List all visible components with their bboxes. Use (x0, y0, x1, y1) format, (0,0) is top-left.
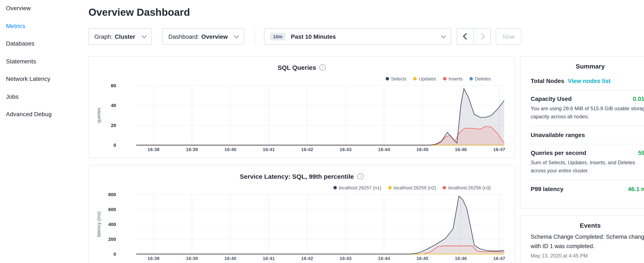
svg-text:16:47: 16:47 (493, 256, 505, 261)
sql-queries-chart-card: SQL Queries i Selects Updates Inserts De… (88, 56, 515, 158)
svg-text:16:38: 16:38 (148, 256, 160, 261)
dashboard-dropdown-value: Overview (201, 33, 228, 40)
service-latency-chart-card: Service Latency: SQL, 99th percentile i … (88, 165, 515, 263)
svg-text:16:44: 16:44 (378, 256, 390, 261)
svg-text:16:39: 16:39 (186, 147, 198, 152)
time-range-selector[interactable]: 10m Past 10 Minutes (264, 28, 451, 45)
events-card: Events Schema Change Completed: Schema c… (520, 215, 644, 263)
events-title: Events (531, 222, 644, 229)
summary-label: Unavailable ranges (531, 132, 585, 138)
summary-row-p99-latency: P99 latency 46.1 ms (531, 181, 644, 198)
summary-value: 0.01% (633, 95, 644, 102)
svg-text:16:39: 16:39 (186, 256, 198, 261)
graph-dropdown-label: Graph: (94, 33, 113, 40)
svg-text:600: 600 (108, 207, 116, 212)
summary-title: Summary (531, 63, 644, 70)
controls-divider (255, 28, 255, 45)
sidebar-item-advanced-debug[interactable]: Advanced Debug (6, 110, 78, 118)
svg-text:16:46: 16:46 (455, 256, 467, 261)
graph-dropdown-value: Cluster (115, 33, 135, 40)
svg-text:60: 60 (111, 83, 116, 88)
chevron-down-icon (234, 33, 239, 38)
summary-row-unavailable-ranges: Unavailable ranges 0 (531, 126, 644, 144)
dashboard-dropdown[interactable]: Dashboard: Overview (162, 28, 244, 45)
svg-text:16:45: 16:45 (416, 147, 428, 152)
svg-text:16:46: 16:46 (455, 147, 467, 152)
page-title: Overview Dashboard (88, 6, 190, 18)
dashboard-dropdown-label: Dashboard: (168, 33, 199, 40)
svg-text:400: 400 (108, 222, 116, 227)
svg-text:20: 20 (111, 123, 116, 128)
chevron-right-icon (478, 33, 484, 40)
chevron-left-icon (463, 33, 469, 40)
svg-text:16:43: 16:43 (340, 256, 352, 261)
event-timestamp: May 13, 2020 at 4:45 PM (531, 253, 644, 259)
service-latency-chart: 020040060080016:3816:3916:4016:4116:4216… (89, 166, 515, 263)
svg-text:16:47: 16:47 (493, 147, 505, 152)
svg-text:16:45: 16:45 (416, 256, 428, 261)
time-next-button[interactable] (473, 28, 491, 45)
svg-text:0: 0 (114, 251, 116, 257)
summary-label: Queries per second (531, 149, 586, 156)
sidebar-item-databases[interactable]: Databases (6, 40, 78, 47)
sidebar-item-overview[interactable]: Overview (6, 4, 78, 12)
sql-queries-chart: 020406016:3816:3916:4016:4116:4216:4316:… (89, 57, 515, 159)
svg-text:16:42: 16:42 (301, 256, 313, 261)
graph-dropdown[interactable]: Graph: Cluster (88, 28, 152, 45)
sidebar-item-network-latency[interactable]: Network Latency (6, 75, 78, 83)
summary-row-queries-per-second: Queries per second 59.7 Sum of Selects, … (531, 144, 644, 180)
time-now-button[interactable]: Now (496, 28, 521, 45)
summary-value: 46.1 ms (628, 186, 644, 193)
view-nodes-link[interactable]: View nodes list (568, 78, 610, 84)
event-item[interactable]: Schema Change Completed: Schema change w… (531, 232, 644, 259)
svg-text:16:38: 16:38 (148, 147, 160, 152)
chevron-down-icon (441, 33, 446, 38)
summary-description: You are using 28.6 MiB of 515.9 GiB usab… (531, 105, 644, 120)
event-message: Schema Change Completed: Schema change w… (531, 232, 644, 251)
sidebar-item-metrics[interactable]: Metrics (6, 22, 78, 30)
time-range-value: Past 10 Minutes (291, 33, 336, 40)
svg-text:16:44: 16:44 (378, 147, 390, 152)
summary-label: P99 latency (531, 186, 564, 193)
time-range-badge: 10m (270, 33, 285, 40)
time-prev-button[interactable] (457, 28, 474, 45)
summary-label: Total Nodes (531, 78, 564, 84)
svg-text:40: 40 (111, 103, 116, 108)
sidebar-item-statements[interactable]: Statements (6, 57, 78, 65)
summary-description: Sum of Selects, Updates, Inserts, and De… (531, 159, 644, 174)
summary-row-total-nodes: Total Nodes View nodes list 3 (531, 72, 644, 90)
summary-label: Capacity Used (531, 95, 572, 102)
svg-text:0: 0 (114, 143, 116, 148)
summary-card: Summary Total Nodes View nodes list 3 Ca… (520, 56, 644, 208)
svg-text:16:40: 16:40 (224, 256, 236, 261)
svg-text:16:40: 16:40 (224, 147, 236, 152)
svg-text:200: 200 (108, 237, 116, 242)
summary-row-capacity-used: Capacity Used 0.01% You are using 28.6 M… (531, 90, 644, 126)
sidebar-item-jobs[interactable]: Jobs (6, 93, 78, 100)
summary-value: 59.7 (638, 149, 644, 156)
svg-text:16:42: 16:42 (301, 147, 313, 152)
viewport: Overview Metrics Databases Statements Ne… (0, 0, 644, 263)
svg-text:800: 800 (108, 192, 116, 197)
chevron-down-icon (142, 33, 147, 38)
sidebar: Overview Metrics Databases Statements Ne… (6, 4, 78, 118)
svg-text:16:41: 16:41 (263, 256, 275, 261)
svg-text:16:41: 16:41 (263, 147, 275, 152)
svg-text:16:43: 16:43 (340, 147, 352, 152)
